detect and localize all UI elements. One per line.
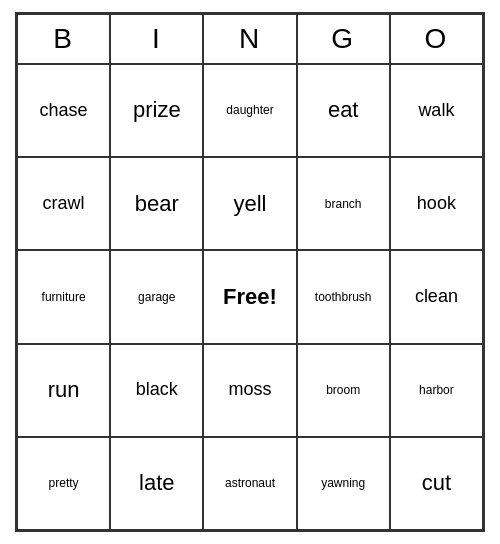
cell-text: run xyxy=(48,377,80,403)
cell-text: daughter xyxy=(226,103,273,117)
header-letter: O xyxy=(425,23,449,55)
bingo-cell[interactable]: garage xyxy=(110,250,203,343)
bingo-cell[interactable]: astronaut xyxy=(203,437,296,530)
cell-text: moss xyxy=(228,379,271,401)
cell-text: hook xyxy=(417,193,456,215)
cell-text: branch xyxy=(325,197,362,211)
cell-text: toothbrush xyxy=(315,290,372,304)
bingo-cell[interactable]: toothbrush xyxy=(297,250,390,343)
cell-text: astronaut xyxy=(225,476,275,490)
bingo-cell[interactable]: moss xyxy=(203,344,296,437)
header-cell: I xyxy=(110,14,203,64)
cell-text: garage xyxy=(138,290,175,304)
cell-text: bear xyxy=(135,191,179,217)
cell-text: walk xyxy=(418,100,454,122)
header-letter: B xyxy=(53,23,74,55)
bingo-card: BINGOchaseprizedaughtereatwalkcrawlbeary… xyxy=(15,12,485,532)
header-cell: B xyxy=(17,14,110,64)
bingo-cell[interactable]: chase xyxy=(17,64,110,157)
cell-text: yawning xyxy=(321,476,365,490)
bingo-cell[interactable]: black xyxy=(110,344,203,437)
bingo-cell[interactable]: crawl xyxy=(17,157,110,250)
bingo-cell[interactable]: prize xyxy=(110,64,203,157)
bingo-cell[interactable]: clean xyxy=(390,250,483,343)
cell-text: black xyxy=(136,379,178,401)
bingo-cell[interactable]: branch xyxy=(297,157,390,250)
cell-text: furniture xyxy=(42,290,86,304)
cell-text: prize xyxy=(133,97,181,123)
bingo-cell[interactable]: cut xyxy=(390,437,483,530)
header-letter: I xyxy=(152,23,162,55)
header-cell: O xyxy=(390,14,483,64)
cell-text: yell xyxy=(233,191,266,217)
cell-text: crawl xyxy=(43,193,85,215)
bingo-cell[interactable]: walk xyxy=(390,64,483,157)
cell-text: cut xyxy=(422,470,451,496)
bingo-cell[interactable]: eat xyxy=(297,64,390,157)
bingo-cell[interactable]: pretty xyxy=(17,437,110,530)
bingo-cell[interactable]: yawning xyxy=(297,437,390,530)
cell-text: broom xyxy=(326,383,360,397)
bingo-cell[interactable]: late xyxy=(110,437,203,530)
header-letter: G xyxy=(331,23,355,55)
bingo-cell[interactable]: harbor xyxy=(390,344,483,437)
header-cell: G xyxy=(297,14,390,64)
cell-text: late xyxy=(139,470,174,496)
bingo-cell[interactable]: bear xyxy=(110,157,203,250)
bingo-cell[interactable]: yell xyxy=(203,157,296,250)
cell-text: chase xyxy=(40,100,88,122)
bingo-cell[interactable]: Free! xyxy=(203,250,296,343)
bingo-cell[interactable]: run xyxy=(17,344,110,437)
header-letter: N xyxy=(239,23,261,55)
bingo-cell[interactable]: furniture xyxy=(17,250,110,343)
bingo-cell[interactable]: broom xyxy=(297,344,390,437)
bingo-cell[interactable]: daughter xyxy=(203,64,296,157)
header-cell: N xyxy=(203,14,296,64)
cell-text: harbor xyxy=(419,383,454,397)
cell-text: eat xyxy=(328,97,359,123)
cell-text: clean xyxy=(415,286,458,308)
cell-text: Free! xyxy=(223,284,277,310)
cell-text: pretty xyxy=(49,476,79,490)
bingo-cell[interactable]: hook xyxy=(390,157,483,250)
